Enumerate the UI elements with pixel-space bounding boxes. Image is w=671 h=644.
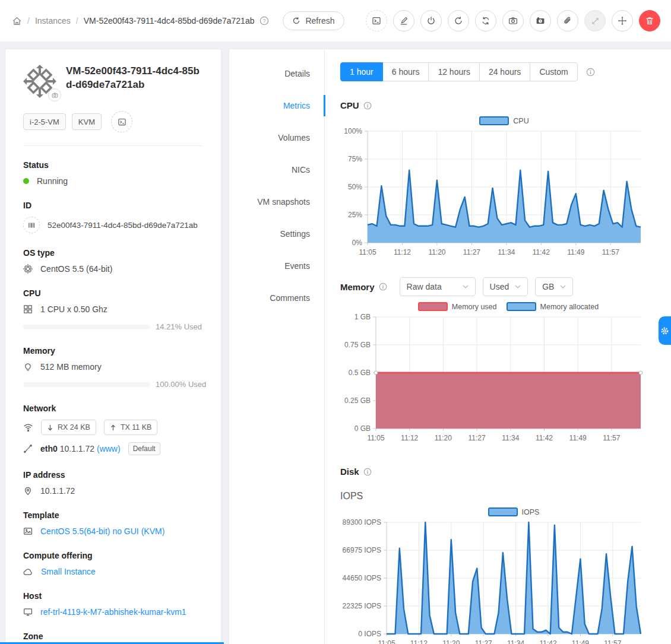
offering-section: Compute offering Small Instance bbox=[23, 551, 203, 576]
home-icon[interactable] bbox=[12, 16, 22, 26]
svg-text:100%: 100% bbox=[344, 127, 362, 135]
iops-chart-legend: IOPS bbox=[387, 507, 641, 516]
snapshot-camera-icon[interactable] bbox=[502, 10, 524, 31]
memory-unit-select[interactable]: GB bbox=[535, 277, 573, 296]
tx-button[interactable]: TX 11 KB bbox=[104, 420, 158, 435]
console-quick-icon[interactable] bbox=[111, 111, 132, 132]
os-logo bbox=[23, 65, 56, 98]
memory-section: Memory 512 MB memory 100.00% Used bbox=[23, 346, 203, 389]
network-label: Network bbox=[23, 404, 203, 413]
status-section: Status Running bbox=[23, 160, 203, 186]
recurring-snapshot-icon[interactable] bbox=[530, 10, 551, 31]
theme-settings-fab[interactable] bbox=[659, 316, 671, 345]
memory-data-mode-select[interactable]: Raw data bbox=[400, 277, 476, 296]
time-range-6-hours[interactable]: 6 hours bbox=[382, 62, 429, 81]
zone-label: Zone bbox=[23, 632, 203, 641]
scale-icon[interactable] bbox=[584, 10, 606, 31]
svg-text:11:49: 11:49 bbox=[569, 434, 587, 442]
memory-unit-value: GB bbox=[542, 282, 554, 291]
tab-metrics[interactable]: Metrics bbox=[229, 90, 324, 122]
ip-section: IP address 10.1.1.72 bbox=[23, 470, 203, 496]
tab-details[interactable]: Details bbox=[229, 58, 324, 90]
nic-network-link[interactable]: (www) bbox=[97, 444, 121, 453]
svg-text:11:42: 11:42 bbox=[533, 248, 550, 256]
time-range-12-hours[interactable]: 12 hours bbox=[428, 62, 479, 81]
host-monitor-icon bbox=[23, 607, 33, 617]
svg-text:11:12: 11:12 bbox=[401, 434, 418, 442]
time-range-24-hours[interactable]: 24 hours bbox=[479, 62, 530, 81]
legend-label: Memory allocated bbox=[540, 303, 599, 311]
delete-icon[interactable] bbox=[639, 10, 660, 31]
svg-text:66975 IOPS: 66975 IOPS bbox=[343, 546, 381, 554]
svg-text:?: ? bbox=[263, 18, 266, 24]
time-range-info-icon[interactable] bbox=[586, 68, 595, 77]
barcode-icon bbox=[23, 217, 40, 233]
disk-info-icon[interactable] bbox=[363, 468, 372, 476]
id-label: ID bbox=[23, 201, 203, 210]
host-link[interactable]: ref-trl-4119-k-M7-abhishek-kumar-kvm1 bbox=[40, 607, 186, 617]
status-label: Status bbox=[23, 160, 203, 170]
change-icon-camera-badge[interactable] bbox=[48, 88, 61, 101]
disk-title-row: Disk bbox=[340, 467, 671, 477]
svg-text:11:05: 11:05 bbox=[367, 434, 384, 442]
help-icon[interactable]: ? bbox=[259, 16, 269, 26]
attach-iso-icon[interactable] bbox=[557, 10, 578, 31]
rx-button[interactable]: RX 24 KB bbox=[41, 420, 96, 435]
svg-text:50%: 50% bbox=[348, 183, 362, 191]
page-header: / Instances / VM-52e00f43-7911-4dc4-85bd… bbox=[0, 0, 671, 42]
tab-nics[interactable]: NICs bbox=[229, 154, 324, 186]
tab-settings[interactable]: Settings bbox=[229, 218, 324, 250]
os-type-section: OS type CentOS 5.5 (64-bit) bbox=[23, 248, 203, 274]
breadcrumb-instances[interactable]: Instances bbox=[35, 16, 71, 26]
svg-text:1 GB: 1 GB bbox=[355, 313, 371, 321]
vm-detail-panel: Details Metrics Volumes NICs VM snapshot… bbox=[229, 49, 671, 644]
time-range-custom[interactable]: Custom bbox=[530, 62, 577, 81]
edit-icon[interactable] bbox=[393, 10, 414, 31]
metrics-panel: 1 hour 6 hours 12 hours 24 hours Custom … bbox=[325, 49, 671, 644]
cpu-value: 1 CPU x 0.50 Ghz bbox=[40, 304, 107, 314]
svg-text:11:12: 11:12 bbox=[410, 639, 428, 644]
console-icon[interactable] bbox=[366, 10, 387, 31]
svg-text:89300 IOPS: 89300 IOPS bbox=[343, 518, 381, 526]
reboot-icon[interactable] bbox=[448, 10, 469, 31]
vm-summary-card: VM-52e00f43-7911-4dc4-85bd-d69de7a721ab … bbox=[5, 49, 221, 644]
tab-vm-snapshots[interactable]: VM snapshots bbox=[229, 186, 324, 218]
tab-comments[interactable]: Comments bbox=[229, 282, 324, 314]
reinstall-icon[interactable] bbox=[475, 10, 496, 31]
legend-item[interactable]: CPU bbox=[479, 116, 528, 125]
memory-info-icon[interactable] bbox=[379, 283, 387, 291]
iops-chart: IOPS 0 IOPS22325 IOPS44650 IOPS66975 IOP… bbox=[340, 507, 671, 644]
svg-text:11:57: 11:57 bbox=[602, 248, 619, 256]
cpu-info-icon[interactable] bbox=[363, 101, 372, 110]
stop-icon[interactable] bbox=[420, 10, 442, 31]
svg-text:11:05: 11:05 bbox=[378, 639, 395, 644]
cpu-chart-title: CPU bbox=[340, 100, 359, 110]
memory-header-row: Memory Raw data Used GB bbox=[340, 277, 671, 296]
memory-metric-value: Used bbox=[490, 282, 509, 291]
legend-item[interactable]: IOPS bbox=[488, 507, 540, 516]
tx-label: TX 11 KB bbox=[121, 423, 152, 432]
memory-label: Memory bbox=[23, 346, 203, 356]
time-range-1-hour[interactable]: 1 hour bbox=[340, 62, 383, 81]
nic-api-icon bbox=[23, 444, 33, 453]
migrate-icon[interactable] bbox=[612, 10, 633, 31]
svg-text:11:20: 11:20 bbox=[428, 248, 445, 256]
chevron-down-icon bbox=[515, 285, 521, 289]
tab-volumes[interactable]: Volumes bbox=[229, 122, 324, 154]
offering-link[interactable]: Small Instance bbox=[41, 567, 96, 576]
svg-text:11:49: 11:49 bbox=[572, 639, 589, 644]
tab-events[interactable]: Events bbox=[229, 250, 324, 282]
legend-label: CPU bbox=[513, 117, 528, 125]
refresh-button[interactable]: Refresh bbox=[283, 11, 344, 30]
legend-item[interactable]: Memory used bbox=[418, 302, 497, 311]
svg-text:75%: 75% bbox=[348, 155, 362, 163]
template-link[interactable]: CentOS 5.5(64-bit) no GUI (KVM) bbox=[40, 526, 164, 536]
legend-item[interactable]: Memory allocated bbox=[507, 302, 599, 311]
offering-label: Compute offering bbox=[23, 551, 203, 560]
memory-metric-select[interactable]: Used bbox=[483, 277, 528, 296]
gear-icon bbox=[660, 326, 669, 335]
breadcrumb-separator: / bbox=[76, 16, 78, 26]
svg-text:11:27: 11:27 bbox=[463, 248, 480, 256]
memory-filters: Raw data Used GB bbox=[400, 277, 574, 296]
breadcrumb: / Instances / VM-52e00f43-7911-4dc4-85bd… bbox=[12, 11, 344, 30]
